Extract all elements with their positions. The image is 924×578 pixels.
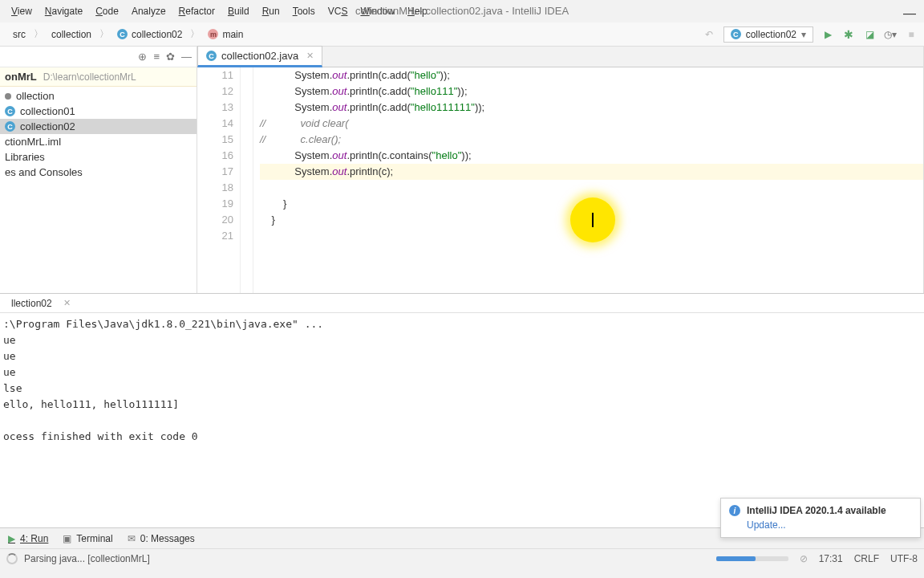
run-config-label: collection02: [746, 29, 796, 40]
menu-analyze[interactable]: Analyze: [125, 4, 172, 18]
tool-terminal[interactable]: ▣Terminal: [63, 533, 112, 544]
hide-icon[interactable]: —: [181, 51, 192, 63]
notification-popup: i IntelliJ IDEA 2020.1.4 available Updat…: [720, 498, 921, 538]
project-path: D:\learn\collectionMrL: [43, 71, 136, 83]
tree-item[interactable]: ollection: [0, 88, 197, 104]
cursor-highlight: [570, 197, 615, 242]
tool-run[interactable]: ▶4: Run: [8, 533, 48, 544]
code-area[interactable]: 1112131415161718192021 System.out.printl…: [197, 67, 923, 293]
editor-tabs: C collection02.java ✕: [197, 47, 923, 67]
menu-refactor[interactable]: Refactor: [172, 4, 221, 18]
editor: C collection02.java ✕ 111213141516171819…: [197, 47, 924, 293]
gear-icon[interactable]: ✿: [166, 51, 175, 63]
breadcrumb-item[interactable]: src: [6, 27, 32, 42]
tree-item[interactable]: ctionMrL.iml: [0, 134, 197, 149]
info-icon: i: [729, 505, 740, 516]
target-icon[interactable]: ⊕: [138, 51, 147, 63]
fold-column: [241, 67, 253, 293]
minimize-button[interactable]: —: [903, 6, 916, 21]
menu-view[interactable]: View: [5, 4, 38, 18]
profile-button[interactable]: ◷▾: [884, 28, 897, 41]
menu-tools[interactable]: Tools: [286, 4, 322, 18]
file-encoding[interactable]: UTF-8: [890, 553, 918, 564]
menu-build[interactable]: Build: [221, 4, 256, 18]
breadcrumb-item[interactable]: Ccollection02: [111, 27, 188, 42]
status-text: Parsing java... [collectionMrL]: [24, 553, 150, 564]
debug-button[interactable]: ✱: [842, 28, 855, 41]
close-icon[interactable]: ✕: [306, 51, 314, 61]
run-tool-window: llection02 ✕ :\Program Files\Java\jdk1.8…: [0, 293, 924, 527]
progress-bar: [716, 556, 788, 561]
stop-indexing-icon[interactable]: ⊘: [800, 553, 808, 564]
tree-item[interactable]: Ccollection01: [0, 104, 197, 119]
class-icon: C: [206, 51, 217, 61]
tree-item[interactable]: Ccollection02: [0, 119, 197, 134]
project-tool-window: ⊕ ≡ ✿ — onMrL D:\learn\collectionMrL oll…: [0, 47, 197, 293]
coverage-button[interactable]: ◪: [863, 28, 876, 41]
class-icon: C: [731, 29, 741, 39]
back-icon[interactable]: ↶: [703, 28, 715, 41]
menu-vcs[interactable]: VCS: [322, 4, 355, 18]
run-button[interactable]: ▶: [821, 28, 834, 41]
update-link[interactable]: Update...: [747, 519, 912, 531]
tab-label: collection02.java: [221, 50, 298, 62]
navigation-bar: src〉collection〉Ccollection02〉mmain ↶ C c…: [0, 22, 924, 47]
spinner-icon: [6, 553, 18, 564]
menu-run[interactable]: Run: [256, 4, 286, 18]
menu-navigate[interactable]: Navigate: [38, 4, 89, 18]
window-title: collectionMrL - collection02.java - Inte…: [355, 5, 569, 17]
project-root[interactable]: onMrL D:\learn\collectionMrL: [0, 67, 197, 87]
expand-icon[interactable]: ≡: [153, 51, 160, 63]
stop-button[interactable]: ■: [905, 28, 918, 41]
line-separator[interactable]: CRLF: [854, 553, 879, 564]
notification-title: IntelliJ IDEA 2020.1.4 available: [747, 505, 886, 516]
gutter: 1112131415161718192021: [197, 67, 241, 293]
editor-tab[interactable]: C collection02.java ✕: [197, 46, 322, 67]
menu-code[interactable]: Code: [89, 4, 125, 18]
run-tab[interactable]: llection02: [5, 296, 59, 311]
breadcrumb-item[interactable]: mmain: [201, 27, 249, 42]
close-icon[interactable]: ✕: [63, 298, 71, 308]
breadcrumb-item[interactable]: collection: [45, 27, 98, 42]
project-tree[interactable]: ollectionCcollection01Ccollection02ction…: [0, 87, 197, 181]
tree-item[interactable]: es and Consoles: [0, 165, 197, 180]
run-configuration-selector[interactable]: C collection02 ▾: [723, 26, 813, 43]
project-name: onMrL: [5, 71, 37, 83]
status-bar: Parsing java... [collectionMrL] ⊘ 17:31 …: [0, 548, 924, 568]
tree-item[interactable]: Libraries: [0, 149, 197, 165]
code[interactable]: System.out.println(c.add("hello")); Syst…: [253, 67, 923, 293]
breadcrumb[interactable]: src〉collection〉Ccollection02〉mmain: [6, 27, 249, 42]
tool-messages[interactable]: ✉0: Messages: [128, 533, 195, 544]
chevron-down-icon: ▾: [801, 29, 806, 40]
console-output[interactable]: :\Program Files\Java\jdk1.8.0_221\bin\ja…: [0, 313, 924, 448]
caret-position[interactable]: 17:31: [819, 553, 843, 564]
